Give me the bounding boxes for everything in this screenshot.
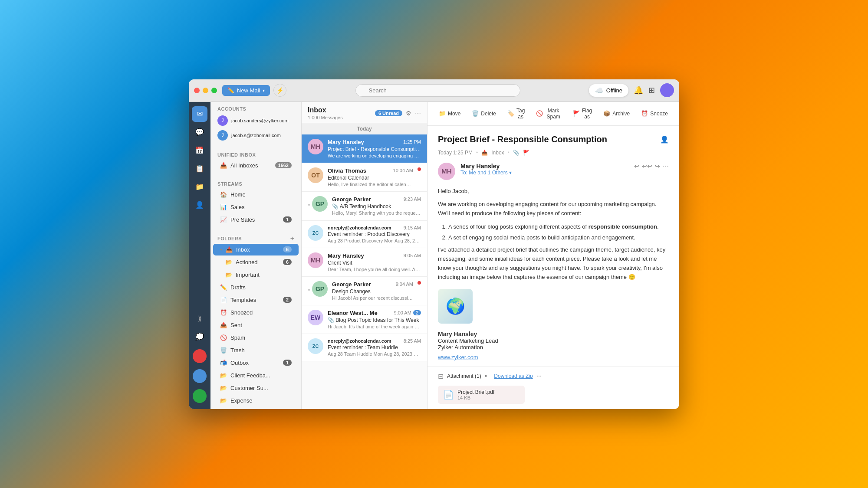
nav-item-templates[interactable]: 📄 Templates 2 <box>213 294 299 306</box>
sidebar-item-files[interactable]: 📁 <box>192 179 207 195</box>
forward-button[interactable]: ↪ <box>655 163 660 170</box>
close-button[interactable] <box>194 88 200 93</box>
email-list-header: Inbox 1,000 Messages 6 Unread ⚙ ⋯ <box>302 102 427 123</box>
add-folder-button[interactable]: + <box>290 235 294 242</box>
nav-item-customer[interactable]: 📂 Customer Su... <box>213 382 299 394</box>
nav-item-outbox[interactable]: 📬 Outbox 1 <box>213 357 299 369</box>
email-body-8: noreply@zohocalendar.com 8:25 AM Event r… <box>328 338 421 357</box>
to-field[interactable]: To: Me and 1 Others ▾ <box>460 170 629 176</box>
email-item-8[interactable]: ZC noreply@zohocalendar.com 8:25 AM Even… <box>302 334 427 361</box>
lightning-button[interactable]: ⚡ <box>273 84 286 97</box>
filter-icon[interactable]: ⚙ <box>406 110 411 117</box>
folders-section-row: FOLDERS + <box>210 231 301 243</box>
nav-item-all-inboxes[interactable]: 📥 All Inboxes 1662 <box>213 160 299 171</box>
accounts-header: ACCOUNTS <box>210 102 301 113</box>
nav-account-jacob-zoho[interactable]: J jacob.s@zohomail.com <box>210 128 301 143</box>
title-bar-right: ☁️ Offline 🔔 ⊞ <box>589 83 674 97</box>
maximize-button[interactable] <box>211 88 217 93</box>
email-day-header: Today <box>302 123 427 134</box>
compose-icon: ✏️ <box>227 87 234 94</box>
reply-all-button[interactable]: ↩↩ <box>642 163 652 170</box>
email-website-link[interactable]: www.zylker.com <box>438 354 669 360</box>
sidebar-item-mail[interactable]: ✉ <box>192 106 207 122</box>
search-input[interactable] <box>355 84 520 97</box>
nav-item-sales[interactable]: 📊 Sales <box>213 201 299 213</box>
sidebar-item-expand[interactable]: ⟫ <box>192 311 207 327</box>
from-name: Mary Hansley <box>460 163 629 170</box>
attachment-content: ⊟ Attachment (1) • Download as Zip ⋯ 📄 P… <box>438 372 669 404</box>
flag-meta-icon: 🚩 <box>523 150 529 156</box>
unread-dot-3: ● <box>308 196 310 207</box>
app-window: ✏️ New Mail ▾ ⚡ 🔍 ☁️ Offline 🔔 ⊞ ✉ 💬 <box>189 79 679 409</box>
sidebar-item-comments[interactable]: 💭 <box>192 329 207 345</box>
email-item-7[interactable]: EW Eleanor West... Me 9:00 AM 2 📎 Blog P… <box>302 305 427 334</box>
folder-inbox-icon: 📥 <box>226 246 233 253</box>
attachment-more-icon[interactable]: ⋯ <box>536 373 542 379</box>
sidebar-item-calendar[interactable]: 📅 <box>192 143 207 158</box>
sidebar-item-chat[interactable]: 💬 <box>192 124 207 140</box>
new-mail-button[interactable]: ✏️ New Mail ▾ <box>222 85 270 96</box>
more-options-icon[interactable]: ⋯ <box>415 110 421 117</box>
email-item-1[interactable]: MH Mary Hansley 1:25 PM Project Brief - … <box>302 134 427 163</box>
layout-button[interactable]: ⊞ <box>648 85 655 95</box>
email-item-3[interactable]: ● GP George Parker 9:23 AM 📎 A/B Testing… <box>302 192 427 221</box>
attachment-collapse-icon[interactable]: ⊟ <box>438 372 444 380</box>
nav-item-file-storage[interactable]: 📂 File Storage <box>213 407 299 409</box>
move-button[interactable]: 📁 Move <box>434 108 465 119</box>
chevron-down-icon: ▾ <box>220 247 222 252</box>
nav-item-trash[interactable]: 🗑️ Trash <box>213 344 299 356</box>
folders-header: FOLDERS <box>217 236 242 241</box>
sidebar-item-contacts[interactable]: 👤 <box>192 197 207 213</box>
drafts-icon: ✏️ <box>220 284 227 291</box>
sidebar-item-tasks[interactable]: 📋 <box>192 161 207 177</box>
reply-button[interactable]: ↩ <box>634 163 639 170</box>
tag-as-button[interactable]: 🏷️ Tag as <box>503 105 529 122</box>
nav-item-drafts[interactable]: ✏️ Drafts <box>213 282 299 293</box>
nav-item-client-feedback[interactable]: 📂 Client Feedba... <box>213 370 299 381</box>
campaign-image: 🌍 <box>438 289 473 324</box>
email-item-2[interactable]: OT Olivia Thomas 10:04 AM Editorial Cale… <box>302 163 427 192</box>
notification-button[interactable]: 🔔 <box>634 85 643 95</box>
nav-item-sent[interactable]: 📤 Sent <box>213 319 299 331</box>
mark-spam-button[interactable]: 🚫 Mark Spam <box>532 105 566 122</box>
email-item-6[interactable]: ● GP George Parker 9:04 AM Design Change… <box>302 277 427 305</box>
nav-item-pre-sales[interactable]: 📈 Pre Sales 1 <box>213 214 299 226</box>
snooze-button[interactable]: ⏰ Snooze <box>637 108 672 119</box>
delete-icon: 🗑️ <box>472 110 479 117</box>
email-signature: Mary Hansley Content Marketing Lead Zylk… <box>438 331 669 350</box>
more-reply-button[interactable]: ⋯ <box>663 163 669 170</box>
email-reply-actions: ↩ ↩↩ ↪ ⋯ <box>634 163 669 170</box>
nav-item-important[interactable]: 📂 Important <box>213 269 299 281</box>
minimize-button[interactable] <box>203 88 208 93</box>
attachment-file[interactable]: 📄 Project Brief.pdf 14 KB <box>438 386 525 404</box>
meta-sep-2: • <box>508 150 510 156</box>
flag-as-button[interactable]: 🚩 Flag as <box>569 105 596 122</box>
email-content: Project Brief - Responsible Consumption … <box>427 126 679 367</box>
attachment-header: ⊟ Attachment (1) • Download as Zip ⋯ <box>438 372 669 380</box>
email-body-3: George Parker 9:23 AM 📎 A/B Testing Hand… <box>332 196 421 216</box>
delete-button[interactable]: 🗑️ Delete <box>467 108 500 119</box>
nav-item-expense[interactable]: 📂 Expense <box>213 395 299 406</box>
user-tag-icon[interactable]: 👤 <box>660 135 669 144</box>
pre-sales-icon: 📈 <box>220 216 227 223</box>
nav-account-jacob-zylker[interactable]: J jacob.sanders@zylker.com <box>210 113 301 128</box>
nav-item-home[interactable]: 🏠 Home <box>213 189 299 200</box>
archive-button[interactable]: 📦 Archive <box>599 108 634 119</box>
email-avatar-7: EW <box>308 310 323 325</box>
folder-important-icon: 📂 <box>225 272 232 278</box>
chevron-down-icon: ▾ <box>263 88 265 93</box>
email-item-5[interactable]: MH Mary Hansley 9:05 AM Client Visit Dea… <box>302 248 427 277</box>
nav-item-actioned[interactable]: 📂 Actioned 6 <box>213 256 299 268</box>
unread-count-7: 2 <box>413 310 421 315</box>
email-body-2: I've attached a detailed project brief t… <box>438 246 669 282</box>
email-body-intro: We are working on developing engaging co… <box>438 200 669 218</box>
attachment-download-link[interactable]: Download as Zip <box>494 373 533 379</box>
nav-item-snoozed[interactable]: ⏰ Snoozed <box>213 307 299 318</box>
user-avatar[interactable] <box>660 83 674 97</box>
nav-item-inbox[interactable]: ▾ 📥 Inbox 6 <box>213 244 299 255</box>
email-body-2: Olivia Thomas 10:04 AM Editorial Calenda… <box>328 167 413 187</box>
email-item-4[interactable]: ZC noreply@zohocalendar.com 9:15 AM Even… <box>302 221 427 248</box>
nav-item-spam[interactable]: 🚫 Spam <box>213 332 299 344</box>
inbox-icon: 📥 <box>220 162 227 169</box>
email-avatar-6: GP <box>312 281 328 297</box>
